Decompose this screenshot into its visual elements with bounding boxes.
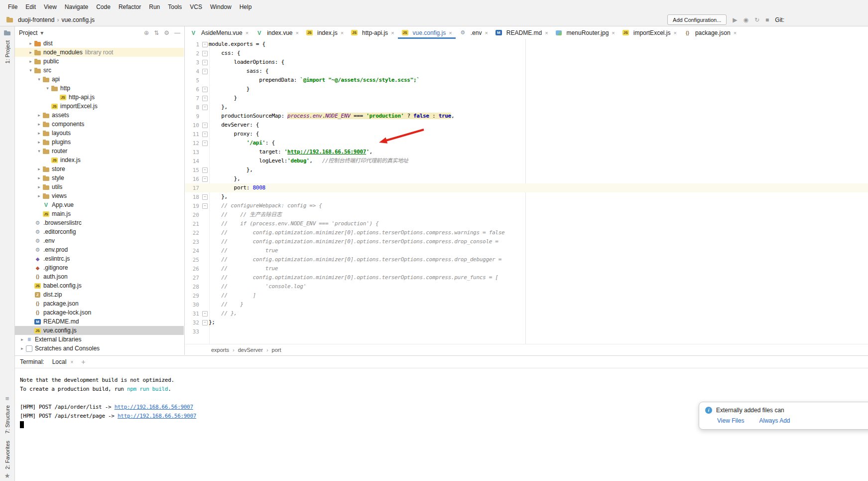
git-label[interactable]: Git: — [775, 16, 784, 23]
code-line[interactable]: 27 // config.optimization.minimizer[0].o… — [185, 273, 868, 282]
locate-file-icon[interactable] — [144, 30, 149, 36]
project-panel-title[interactable]: Project — [19, 29, 37, 36]
fold-marker[interactable] — [201, 96, 209, 101]
code-line[interactable]: 18 }, — [185, 192, 868, 201]
fold-marker[interactable] — [201, 311, 209, 317]
code-line[interactable]: 11 proxy: { — [185, 130, 868, 139]
tree-item-node-modules[interactable]: node_moduleslibrary root — [15, 48, 184, 57]
fold-marker[interactable] — [201, 132, 209, 137]
tree-item-editorconfig[interactable]: .editorconfig — [15, 227, 184, 236]
stripe-favorites-button[interactable]: 2: Favorites — [4, 441, 10, 469]
code-line[interactable]: 24 // true — [185, 246, 868, 255]
tab-close-icon[interactable] — [673, 30, 676, 36]
tree-item-views[interactable]: views — [15, 191, 184, 200]
editor-breadcrumb-devserver[interactable]: devServer — [238, 347, 263, 353]
tree-item-http-api-js[interactable]: http-api.js — [15, 93, 184, 102]
tree-item-app-vue[interactable]: App.vue — [15, 200, 184, 209]
tree-item-vue-config-js[interactable]: vue.config.js — [15, 326, 184, 335]
fold-marker[interactable] — [201, 141, 209, 146]
editor-tab-vue-config-js[interactable]: vue.config.js — [398, 26, 456, 39]
tab-close-icon[interactable] — [246, 30, 248, 36]
fold-marker[interactable] — [201, 42, 209, 47]
fold-marker[interactable] — [201, 203, 209, 209]
code-line[interactable]: 10 devServer: { — [185, 121, 868, 130]
code-url-link[interactable]: http://192.168.66.56:9007 — [287, 149, 366, 155]
code-line[interactable]: 14 logLevel:'debug', //控制台终端打印代理前的真实地址 — [185, 157, 868, 165]
stripe-project-button[interactable]: 1: Project — [4, 40, 10, 63]
editor-tab-asidemenu-vue[interactable]: AsideMenu.vue — [186, 26, 252, 39]
editor-tab-index-vue[interactable]: index.vue — [252, 26, 302, 39]
tree-item-utils[interactable]: utils — [15, 182, 184, 191]
tree-item-router[interactable]: router — [15, 147, 184, 156]
code-line[interactable]: 8 }, — [185, 103, 868, 112]
code-line[interactable]: 7 } — [185, 94, 868, 103]
code-line[interactable]: 23 // config.optimization.minimizer[0].o… — [185, 237, 868, 246]
tree-item-public[interactable]: public — [15, 57, 184, 66]
menu-code[interactable]: Code — [92, 1, 115, 12]
menu-view[interactable]: View — [40, 1, 61, 12]
code-line[interactable]: 25 // config.optimization.minimizer[0].o… — [185, 255, 868, 264]
code-line[interactable]: 16 }, — [185, 174, 868, 183]
fold-marker[interactable] — [201, 320, 209, 325]
stop-icon[interactable] — [765, 17, 769, 23]
tab-close-icon[interactable] — [545, 30, 548, 36]
breadcrumb-file[interactable]: vue.config.js — [61, 16, 95, 23]
fold-marker[interactable] — [201, 176, 209, 182]
tree-item-env-prod[interactable]: .env.prod — [15, 245, 184, 254]
editor-breadcrumb-exports[interactable]: exports — [211, 347, 229, 353]
code-line[interactable]: 3 loaderOptions: { — [185, 58, 868, 67]
tree-item-scratches-and-consoles[interactable]: Scratches and Consoles — [15, 344, 184, 353]
tab-close-icon[interactable] — [485, 30, 488, 36]
fold-marker[interactable] — [201, 69, 209, 74]
fold-marker[interactable] — [201, 167, 209, 173]
menu-file[interactable]: File — [4, 1, 21, 12]
tree-item-external-libraries[interactable]: External Libraries — [15, 335, 184, 344]
tree-item-babel-config-js[interactable]: babel.config.js — [15, 281, 184, 290]
terminal-link[interactable]: http://192.168.66.56:9007 — [115, 404, 193, 410]
menu-tools[interactable]: Tools — [164, 1, 186, 12]
menu-help[interactable]: Help — [236, 1, 256, 12]
tree-item-style[interactable]: style — [15, 173, 184, 182]
terminal-label[interactable]: Terminal: — [20, 358, 44, 365]
editor-tab-index-js[interactable]: index.js — [302, 26, 347, 39]
tree-item-components[interactable]: components — [15, 120, 184, 129]
fold-marker[interactable] — [201, 123, 209, 128]
code-line[interactable]: 1module.exports = { — [185, 40, 868, 49]
fold-marker[interactable] — [201, 60, 209, 65]
tree-item-env[interactable]: .env — [15, 236, 184, 245]
tab-close-icon[interactable] — [612, 30, 615, 36]
code-line[interactable]: 2 css: { — [185, 49, 868, 58]
editor-tab-package-json[interactable]: package.json — [680, 26, 740, 39]
menu-refactor[interactable]: Refactor — [115, 1, 145, 12]
tree-item-browserslistrc[interactable]: .browserslistrc — [15, 218, 184, 227]
tree-item-api[interactable]: api — [15, 75, 184, 84]
code-line[interactable]: 30 // } — [185, 300, 868, 309]
code-line[interactable]: 28 // 'console.log' — [185, 282, 868, 291]
hide-panel-icon[interactable] — [174, 30, 180, 36]
add-configuration-button[interactable]: Add Configuration... — [667, 14, 727, 25]
tree-item-dist-zip[interactable]: dist.zip — [15, 290, 184, 299]
terminal-link[interactable]: http://192.168.66.56:9007 — [118, 413, 196, 419]
structure-tool-icon[interactable] — [5, 395, 9, 402]
tree-item-gitignore[interactable]: .gitignore — [15, 263, 184, 272]
stripe-structure-button[interactable]: 7: Structure — [4, 405, 10, 434]
code-line[interactable]: 4 sass: { — [185, 67, 868, 76]
fold-marker[interactable] — [201, 87, 209, 92]
code-line[interactable]: 20 // // 生产去除日志 — [185, 210, 868, 219]
menu-run[interactable]: Run — [145, 1, 164, 12]
project-tool-icon[interactable] — [3, 29, 11, 36]
fold-marker[interactable] — [201, 105, 209, 110]
editor-tab-http-api-js[interactable]: http-api.js — [347, 26, 397, 39]
menu-vcs[interactable]: VCS — [186, 1, 206, 12]
code-line[interactable]: 29 // ] — [185, 291, 868, 300]
tree-item-importexcel-js[interactable]: importExcel.js — [15, 102, 184, 111]
code-line[interactable]: 31 // }, — [185, 309, 868, 318]
always-add-link[interactable]: Always Add — [759, 417, 790, 424]
code-line[interactable]: 26 // true — [185, 264, 868, 273]
tab-close-icon[interactable] — [296, 30, 299, 36]
menu-edit[interactable]: Edit — [21, 1, 40, 12]
project-view-dropdown-icon[interactable] — [40, 30, 43, 36]
tree-item-assets[interactable]: assets — [15, 111, 184, 120]
run-icon[interactable] — [733, 17, 737, 23]
code-line[interactable]: 13 target: 'http://192.168.66.56:9007', — [185, 148, 868, 157]
